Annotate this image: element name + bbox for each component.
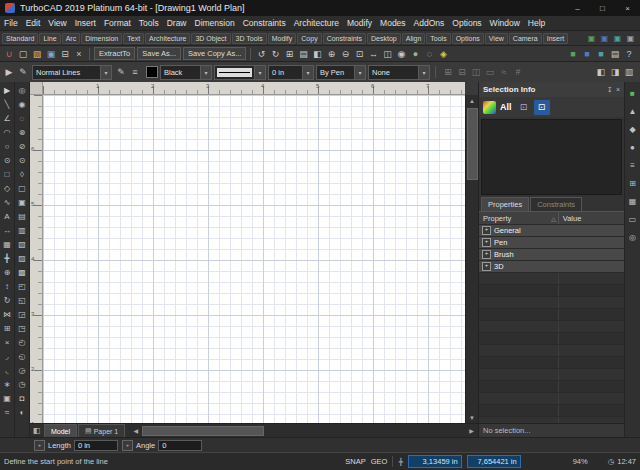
property-group-general[interactable]: +General xyxy=(479,225,624,237)
line-tool-icon[interactable]: ╲ xyxy=(1,97,14,111)
corner-4-icon[interactable]: ◳ xyxy=(16,321,29,335)
length-input[interactable]: 0 in xyxy=(74,440,118,451)
menu-view[interactable]: View xyxy=(44,18,70,28)
workspace-blue-icon[interactable]: ■ xyxy=(580,47,594,61)
tab-constraints[interactable]: Constraints xyxy=(530,197,582,211)
hatch-d-icon[interactable]: ▨ xyxy=(16,251,29,265)
property-group-brush[interactable]: +Brush xyxy=(479,249,624,261)
expand-icon[interactable]: + xyxy=(482,250,491,259)
select-all-button[interactable]: All xyxy=(500,102,512,112)
views-icon[interactable]: ◫ xyxy=(380,47,394,61)
print-icon[interactable]: ⊟ xyxy=(58,47,72,61)
toolbar-tab-tools[interactable]: Tools xyxy=(426,33,450,44)
toolbar-tab-arc[interactable]: Arc xyxy=(62,33,81,44)
chevron-down-icon[interactable]: ▾ xyxy=(354,66,365,79)
layer-panel-icon[interactable]: ◧ xyxy=(594,65,608,79)
rotate-tool-icon[interactable]: ↻ xyxy=(1,293,14,307)
clock-1-icon[interactable]: ◴ xyxy=(16,335,29,349)
menu-options[interactable]: Options xyxy=(448,18,485,28)
workspace-teal-icon[interactable]: ■ xyxy=(594,47,608,61)
camera-views-icon[interactable]: ▲ xyxy=(626,104,639,118)
display-options-icon[interactable]: ▥ xyxy=(622,65,636,79)
sheet-list-icon[interactable]: ◧ xyxy=(30,425,43,437)
menu-tools[interactable]: Tools xyxy=(135,18,163,28)
pin-icon[interactable]: ↧ xyxy=(607,86,613,94)
menu-draw[interactable]: Draw xyxy=(163,18,191,28)
smooth-icon[interactable]: ≈ xyxy=(497,65,511,79)
hatch-e-icon[interactable]: ▩ xyxy=(16,265,29,279)
brush-select[interactable]: None ▾ xyxy=(368,65,430,80)
paste-icon[interactable]: ▤ xyxy=(296,47,310,61)
clock-3-icon[interactable]: ◶ xyxy=(16,363,29,377)
polygon-tool-icon[interactable]: ◇ xyxy=(1,181,14,195)
chevron-down-icon[interactable]: ▾ xyxy=(200,66,211,79)
undo-icon[interactable]: ↺ xyxy=(254,47,268,61)
workspace-green-icon[interactable]: ■ xyxy=(566,47,580,61)
maximize-button[interactable]: □ xyxy=(590,0,615,16)
save-as-button[interactable]: Save As... xyxy=(137,47,181,60)
menu-dimension[interactable]: Dimension xyxy=(191,18,239,28)
copy-icon[interactable]: ⊞ xyxy=(282,47,296,61)
expand-icon[interactable]: + xyxy=(482,238,491,247)
menu-window[interactable]: Window xyxy=(486,18,524,28)
center-snap-icon[interactable]: ◉ xyxy=(16,97,29,111)
toolbar-tab-3d-object[interactable]: 3D Object xyxy=(191,33,230,44)
ellipse-tool-icon[interactable]: ⊙ xyxy=(1,153,14,167)
trim-tool-icon[interactable]: × xyxy=(1,335,14,349)
fillet-tool-icon[interactable]: ◞ xyxy=(1,349,14,363)
viewport-toggle-icon[interactable]: ◫ xyxy=(469,65,483,79)
render-icon[interactable]: ● xyxy=(408,47,422,61)
script-icon[interactable]: ▤ xyxy=(608,47,622,61)
length-lock-icon[interactable]: + xyxy=(34,440,45,451)
expand-icon[interactable]: + xyxy=(482,226,491,235)
snap-toggle-icon[interactable]: ∪ xyxy=(2,47,16,61)
close-panel-icon[interactable]: × xyxy=(616,86,620,94)
toolbar-tab-3d-tools[interactable]: 3D Tools xyxy=(232,33,267,44)
horizontal-scroll-thumb[interactable] xyxy=(142,426,264,436)
rect-fill-icon[interactable]: ▭ xyxy=(483,65,497,79)
calculator-panel-icon[interactable]: ▭ xyxy=(626,212,639,226)
toolbar-tab-dimension[interactable]: Dimension xyxy=(81,33,122,44)
camera-icon[interactable]: ◉ xyxy=(394,47,408,61)
grid-toggle-icon[interactable]: # xyxy=(511,65,525,79)
scroll-right-icon[interactable]: ▶ xyxy=(465,425,478,436)
spline-tool-icon[interactable]: ∿ xyxy=(1,195,14,209)
render-scene-icon[interactable]: ■ xyxy=(626,86,639,100)
arc-tool-icon[interactable]: ◠ xyxy=(1,125,14,139)
property-group-pen[interactable]: +Pen xyxy=(479,237,624,249)
midpoint-snap-icon[interactable]: ⊙ xyxy=(16,153,29,167)
help-icon[interactable]: ? xyxy=(622,47,636,61)
menu-edit[interactable]: Edit xyxy=(22,18,45,28)
hatch-tool-icon[interactable]: ▦ xyxy=(1,237,14,251)
corner-3-icon[interactable]: ◲ xyxy=(16,307,29,321)
select-icon[interactable]: ▶ xyxy=(1,83,14,97)
measure-tool-icon[interactable]: ≈ xyxy=(1,405,14,419)
style-brush-icon[interactable]: ✎ xyxy=(16,65,30,79)
hatch-toggle-icon[interactable]: ⊞ xyxy=(441,65,455,79)
toolbar-tab-line[interactable]: Line xyxy=(39,33,60,44)
circle-tool-icon[interactable]: ○ xyxy=(1,139,14,153)
tab-blue-icon[interactable]: ▣ xyxy=(598,32,611,44)
toolbar-tab-align[interactable]: Align xyxy=(402,33,426,44)
clock-2-icon[interactable]: ◵ xyxy=(16,349,29,363)
sheet-tab-model[interactable]: Model xyxy=(44,424,77,437)
array-tool-icon[interactable]: ⊞ xyxy=(1,321,14,335)
ortho-icon[interactable]: ▣ xyxy=(16,195,29,209)
style-manager-icon[interactable]: ≡ xyxy=(128,65,142,79)
format-painter-icon[interactable]: ◧ xyxy=(310,47,324,61)
toolbar-tab-view[interactable]: View xyxy=(485,33,508,44)
snap-toggle[interactable]: SNAP xyxy=(345,457,365,466)
chevron-down-icon[interactable]: ▾ xyxy=(254,66,265,79)
intersection-snap-icon[interactable]: ⊗ xyxy=(16,125,29,139)
highlight-screen-icon[interactable]: ⊡ xyxy=(534,100,550,115)
expand-icon[interactable]: + xyxy=(482,262,491,271)
node-edit-icon[interactable]: ⊕ xyxy=(1,265,14,279)
pan-icon[interactable]: ↔ xyxy=(366,47,380,61)
property-group-3d[interactable]: +3D xyxy=(479,261,624,273)
minimize-button[interactable]: – xyxy=(565,0,590,16)
zoom-in-icon[interactable]: ⊕ xyxy=(324,47,338,61)
toolbar-tab-desktop[interactable]: Desktop xyxy=(367,33,401,44)
hatch-b-icon[interactable]: ▥ xyxy=(16,223,29,237)
tab-gray-icon[interactable]: ▣ xyxy=(624,32,637,44)
blocks-panel-icon[interactable]: ⊞ xyxy=(626,176,639,190)
